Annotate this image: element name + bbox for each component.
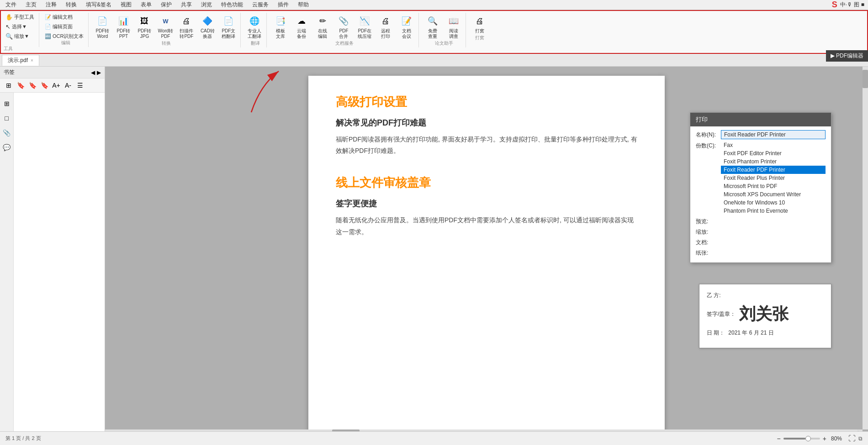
section1-subtitle: 解决常见的PDF打印难题 <box>336 117 637 128</box>
content-area: 高级打印设置 解决常见的PDF打印难题 福昕PDF阅读器拥有强大的打印功能, 界… <box>105 67 868 445</box>
fit-page-btn[interactable]: ⧉ <box>858 435 863 442</box>
zoom-minus-btn[interactable]: − <box>777 435 781 442</box>
sidebar-expand-btn[interactable]: ◀ <box>91 69 95 76</box>
print-doc-row: 文档: <box>696 238 826 246</box>
pdf-tab[interactable]: 演示.pdf × <box>2 55 39 66</box>
section1-body: 福昕PDF阅读器拥有强大的打印功能, 界面友好易于学习。支持虚拟打印、批量打印等… <box>336 134 637 157</box>
signature-box: 乙 方: 签字/盖章： 刘关张 日 期： 2021 年 6 月 21 日 <box>699 284 831 348</box>
print-section: 🖨 打窝 打窝 <box>470 13 490 42</box>
printer-foxit-editor[interactable]: Foxit PDF Editor Printer <box>721 149 826 157</box>
template-icon: 📑 <box>274 15 287 27</box>
professional-translate-btn[interactable]: 🌐 专业人工翻译 <box>244 13 265 41</box>
menu-share[interactable]: 共享 <box>179 0 194 10</box>
template-library-btn[interactable]: 📑 模板文库 <box>270 13 291 41</box>
pdf-editor-panel-label[interactable]: ▶ PDF编辑器 <box>826 50 868 62</box>
edit-doc-icon: 📝 <box>45 14 51 20</box>
print-doc-label: 文档: <box>696 238 721 246</box>
menu-help[interactable]: 帮助 <box>296 0 311 10</box>
zoom-tool-btn[interactable]: 🔍 缩放▼ <box>4 32 36 41</box>
print-zoom-row: 缩放: <box>696 227 826 236</box>
print-section-label: 打窝 <box>475 35 484 41</box>
pdf-to-ppt-btn[interactable]: 📊 PDF转PPT <box>113 13 133 41</box>
comment-icon[interactable]: 💬 <box>1 142 12 153</box>
zoom-slider[interactable] <box>783 438 820 440</box>
hand-tool-btn[interactable]: ✋ 手型工具 <box>4 13 36 21</box>
bookmark-icon2[interactable]: 🔖 <box>27 80 37 90</box>
menu-protect[interactable]: 保护 <box>159 0 174 10</box>
free-check-btn[interactable]: 🔍 免费查重 <box>423 13 443 41</box>
edit-page-btn[interactable]: 📄 编辑页面 <box>43 22 85 31</box>
online-edit-btn[interactable]: ✏ 在线编辑 <box>312 13 333 41</box>
menu-convert[interactable]: 转换 <box>64 0 79 10</box>
font-increase-icon[interactable]: A+ <box>51 80 61 90</box>
cloud-icon: ☁ <box>295 15 308 27</box>
打窝-btn[interactable]: 🖨 打窝 <box>470 13 490 36</box>
page-thumb-icon[interactable]: □ <box>1 113 12 124</box>
sidebar-content-area <box>14 93 105 445</box>
pdf-compress-btn[interactable]: 📉 PDF在线压缩 <box>355 13 375 41</box>
hand-icon: ✋ <box>5 14 13 21</box>
translate-section: 🌐 专业人工翻译 翻译 <box>244 13 267 47</box>
printer-foxit-reader-plus[interactable]: Foxit Reader Plus Printer <box>721 174 826 182</box>
pdf-to-word-btn[interactable]: 📄 PDF转Word <box>92 13 112 41</box>
print-preview-label: 预览: <box>696 217 721 225</box>
zoom-slider-thumb[interactable] <box>805 436 811 441</box>
cloud-backup-btn[interactable]: ☁ 云端备份 <box>291 13 312 41</box>
printer-ms-pdf[interactable]: Microsoft Print to PDF <box>721 182 826 190</box>
ribbon: ✋ 手型工具 ↖ 选择▼ 🔍 缩放▼ 工具 📝 编辑文档 📄 编辑页面 <box>0 10 868 54</box>
status-info: 第 1 页 / 共 2 页 <box>5 435 41 442</box>
menu-cloud[interactable]: 云服务 <box>250 0 270 10</box>
menu-view[interactable]: 视图 <box>119 0 133 10</box>
print-preview-row: 预览: <box>696 217 826 225</box>
bookmark-panel-icon[interactable]: ⊞ <box>1 98 12 109</box>
menu-fillsign[interactable]: 填写&签名 <box>84 0 113 10</box>
pdf-merge-btn[interactable]: 📎 PDF合并 <box>333 13 354 41</box>
printer-foxit-reader[interactable]: Foxit Reader PDF Printer <box>721 166 826 174</box>
word-to-pdf-btn[interactable]: W Word转PDF <box>155 13 175 41</box>
ocr-icon: 🔤 <box>45 33 51 39</box>
sig-party-label: 乙 方: <box>707 292 721 299</box>
printer-ms-xps[interactable]: Microsoft XPS Document Writer <box>721 190 826 199</box>
printer-foxit-phantom[interactable]: Foxit Phantom Printer <box>721 157 826 166</box>
remote-print-btn[interactable]: 🖨 远程打印 <box>376 13 396 41</box>
pdf-translate-btn[interactable]: 📄 PDF文档翻译 <box>218 13 238 41</box>
print-dialog: 打印 名称(N): Foxit Reader PDF Printer 份数(C)… <box>690 112 831 263</box>
menu-home[interactable]: 主页 <box>24 0 38 10</box>
menu-special[interactable]: 特色功能 <box>219 0 245 10</box>
menu-annotation[interactable]: 注释 <box>44 0 58 10</box>
menu-browse[interactable]: 浏览 <box>199 0 214 10</box>
settings-icon[interactable]: ☰ <box>75 80 85 90</box>
menu-file[interactable]: 文件 <box>4 0 18 10</box>
print-paper-label: 纸张: <box>696 248 721 257</box>
bookmark-add-icon[interactable]: ⊞ <box>4 80 14 90</box>
print-name-input[interactable]: Foxit Reader PDF Printer <box>721 130 826 139</box>
zoom-plus-btn[interactable]: + <box>823 435 826 442</box>
cad-icon: 🔷 <box>201 15 214 27</box>
menu-plugin[interactable]: 插件 <box>276 0 291 10</box>
cad-converter-btn[interactable]: 🔷 CAD转换器 <box>197 13 217 41</box>
bookmark-icon1[interactable]: 🔖 <box>16 80 26 90</box>
scrollbar-vertical[interactable] <box>863 67 868 429</box>
red-arrow <box>169 67 306 121</box>
printer-fax[interactable]: Fax <box>721 141 826 149</box>
attachment-icon[interactable]: 📎 <box>1 127 12 138</box>
sidebar-collapse-btn[interactable]: ▶ <box>97 69 101 76</box>
scrollbar-v-thumb[interactable] <box>863 70 868 88</box>
printer-phantom-evernote[interactable]: Phantom Print to Evernote <box>721 207 826 215</box>
select-tool-btn[interactable]: ↖ 选择▼ <box>4 22 36 31</box>
sig-date-label: 日 期： <box>707 329 725 337</box>
printer-onenote[interactable]: OneNote for Windows 10 <box>721 199 826 207</box>
scan-to-pdf-btn[interactable]: 🖨 扫描件转PDF <box>176 13 196 41</box>
bookmark-icon3[interactable]: 🔖 <box>39 80 49 90</box>
pdf-to-jpg-btn[interactable]: 🖼 PDF转JPG <box>134 13 154 41</box>
tab-close-btn[interactable]: × <box>31 58 33 63</box>
menu-form[interactable]: 表单 <box>139 0 153 10</box>
reading-survey-btn[interactable]: 📖 阅读调查 <box>444 13 464 41</box>
doc-meeting-btn[interactable]: 📝 文档会议 <box>397 13 417 41</box>
status-bar: 第 1 页 / 共 2 页 − + 80% ⛶ ⧉ <box>0 431 868 445</box>
sig-name-value: 刘关张 <box>739 303 789 325</box>
font-decrease-icon[interactable]: A- <box>63 80 73 90</box>
edit-doc-btn[interactable]: 📝 编辑文档 <box>43 13 85 21</box>
print-zoom-label: 缩放: <box>696 227 721 236</box>
fullscreen-btn[interactable]: ⛶ <box>848 435 856 443</box>
